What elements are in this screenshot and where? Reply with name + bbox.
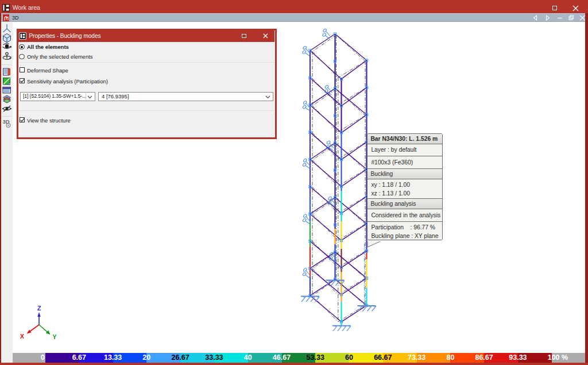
svg-text:Z: Z	[37, 305, 41, 312]
svg-text:3D: 3D	[3, 118, 10, 125]
svg-text:Y: Y	[52, 333, 56, 340]
svg-text:X: X	[20, 333, 24, 340]
